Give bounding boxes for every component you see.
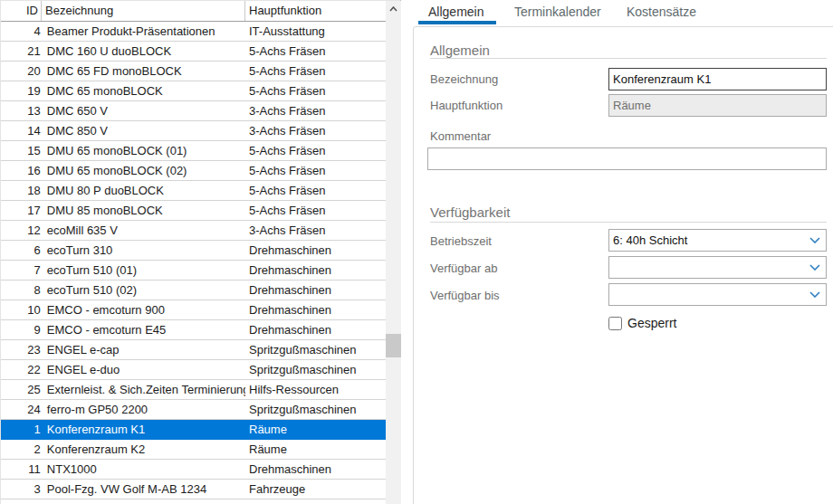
- active-tab-indicator: [418, 21, 496, 24]
- cell-hauptfunktion: 3-Achs Fräsen: [245, 101, 386, 120]
- cell-id: 14: [1, 121, 43, 140]
- cell-id: 11: [1, 460, 43, 479]
- table-row[interactable]: 6 ecoTurn 310 Drehmaschinen: [1, 241, 386, 261]
- cell-hauptfunktion: 5-Achs Fräsen: [245, 181, 386, 200]
- verfuegbar-ab-select[interactable]: [608, 256, 827, 279]
- cell-id: 15: [1, 141, 43, 160]
- cell-bezeichnung: DMC 65 monoBLOCK: [43, 81, 245, 100]
- table-row[interactable]: 3 Pool-Fzg. VW Golf M-AB 1234 Fahrzeuge: [1, 480, 386, 499]
- cell-hauptfunktion: Drehmaschinen: [245, 460, 386, 479]
- cell-bezeichnung: DMU 65 monoBLOCK (02): [43, 161, 245, 180]
- scroll-thumb[interactable]: [386, 334, 401, 357]
- cell-hauptfunktion: Spritzgußmaschinen: [245, 340, 386, 359]
- cell-bezeichnung: DMU 65 monoBLOCK (01): [43, 141, 245, 160]
- cell-bezeichnung: Beamer Produkt-Präsentationen: [43, 22, 245, 41]
- cell-hauptfunktion: Hilfs-Ressourcen: [245, 380, 386, 399]
- column-header-bezeichnung[interactable]: Bezeichnung: [42, 1, 245, 21]
- tab-kostensaetze[interactable]: Kostensätze: [627, 5, 696, 19]
- cell-id: 13: [1, 101, 43, 120]
- cell-hauptfunktion: 5-Achs Fräsen: [245, 62, 386, 81]
- cell-bezeichnung: Pool-Fzg. VW Golf M-AB 1234: [43, 480, 245, 499]
- cell-bezeichnung: EMCO - emcoturn E45: [43, 320, 245, 339]
- table-row[interactable]: 18 DMU 80 P duoBLOCK 5-Achs Fräsen: [1, 181, 386, 201]
- chevron-up-icon: [389, 6, 397, 12]
- cell-id: 12: [1, 221, 43, 240]
- table-row[interactable]: 7 ecoTurn 510 (01) Drehmaschinen: [1, 261, 386, 281]
- kommentar-input[interactable]: [427, 147, 827, 170]
- table-row[interactable]: 11 NTX1000 Drehmaschinen: [1, 460, 386, 480]
- cell-id: 6: [1, 241, 43, 260]
- table-row[interactable]: 15 DMU 65 monoBLOCK (01) 5-Achs Fräsen: [1, 141, 386, 161]
- cell-bezeichnung: Konferenzraum K1: [43, 420, 245, 439]
- cell-id: 18: [1, 181, 43, 200]
- cell-bezeichnung: DMC 650 V: [43, 101, 245, 120]
- tab-allgemein[interactable]: Allgemein: [428, 5, 484, 19]
- table-row[interactable]: 24 ferro-m GP50 2200 Spritzgußmaschinen: [1, 400, 386, 420]
- column-header-id[interactable]: ID: [1, 1, 42, 21]
- section-heading-allgemein: Allgemein: [430, 43, 490, 58]
- cell-bezeichnung: DMC 65 FD monoBLOCK: [43, 62, 245, 81]
- column-header-hauptfunktion[interactable]: Hauptfunktion: [245, 1, 386, 21]
- table-row[interactable]: 1 Konferenzraum K1 Räume: [1, 420, 386, 440]
- betriebszeit-value: 6: 40h Schicht: [613, 233, 809, 247]
- table-row[interactable]: 20 DMC 65 FD monoBLOCK 5-Achs Fräsen: [1, 62, 386, 81]
- cell-bezeichnung: DMU 85 monoBLOCK: [43, 201, 245, 220]
- table-row[interactable]: 21 DMC 160 U duoBLOCK 5-Achs Fräsen: [1, 42, 386, 62]
- tab-terminkalender[interactable]: Terminkalender: [514, 5, 601, 19]
- cell-bezeichnung: ecoTurn 510 (01): [43, 261, 245, 280]
- chevron-down-icon: [809, 264, 820, 271]
- table-row[interactable]: 14 DMC 850 V 3-Achs Fräsen: [1, 121, 386, 141]
- gesperrt-checkbox[interactable]: [608, 317, 622, 330]
- cell-hauptfunktion: 3-Achs Fräsen: [245, 121, 386, 140]
- chevron-down-icon: [809, 291, 820, 298]
- cell-hauptfunktion: Drehmaschinen: [245, 281, 386, 300]
- cell-hauptfunktion: Drehmaschinen: [245, 241, 386, 260]
- bezeichnung-input[interactable]: [608, 68, 827, 90]
- table-row[interactable]: 13 DMC 650 V 3-Achs Fräsen: [1, 101, 386, 121]
- scroll-up-arrow[interactable]: [386, 1, 401, 16]
- cell-bezeichnung: DMC 160 U duoBLOCK: [43, 42, 245, 61]
- cell-bezeichnung: NTX1000: [43, 460, 245, 479]
- hauptfunktion-label: Hauptfunktion: [430, 99, 503, 112]
- resource-table: ID Bezeichnung Hauptfunktion 4 Beamer Pr…: [0, 0, 401, 504]
- table-row[interactable]: 19 DMC 65 monoBLOCK 5-Achs Fräsen: [1, 81, 386, 101]
- table-row[interactable]: 10 EMCO - emcoturn 900 Drehmaschinen: [1, 300, 386, 320]
- table-row[interactable]: 4 Beamer Produkt-Präsentationen IT-Ausst…: [1, 22, 386, 42]
- cell-bezeichnung: ecoTurn 310: [43, 241, 245, 260]
- cell-id: 17: [1, 201, 43, 220]
- table-row[interactable]: 25 Externleist. & Sich.Zeiten Terminieru…: [1, 380, 386, 400]
- gesperrt-row: Gesperrt: [608, 316, 676, 330]
- cell-id: 21: [1, 42, 43, 61]
- cell-hauptfunktion: Räume: [245, 420, 386, 439]
- table-row[interactable]: 23 ENGEL e-cap Spritzgußmaschinen: [1, 340, 386, 360]
- kommentar-label: Kommentar: [430, 129, 491, 143]
- table-row[interactable]: 17 DMU 85 monoBLOCK 5-Achs Fräsen: [1, 201, 386, 221]
- table-row[interactable]: 16 DMU 65 monoBLOCK (02) 5-Achs Fräsen: [1, 161, 386, 181]
- cell-id: 8: [1, 281, 43, 300]
- betriebszeit-select[interactable]: 6: 40h Schicht: [608, 229, 827, 252]
- cell-id: 10: [1, 300, 43, 319]
- bezeichnung-label: Bezeichnung: [430, 72, 498, 86]
- section-divider: [430, 58, 827, 59]
- resource-detail-panel: Allgemein Terminkalender Kostensätze All…: [402, 0, 833, 504]
- cell-hauptfunktion: 3-Achs Fräsen: [245, 221, 386, 240]
- table-row[interactable]: 2 Konferenzraum K2 Räume: [1, 440, 386, 460]
- cell-bezeichnung: ENGEL e-duo: [43, 360, 245, 379]
- section-heading-verfuegbarkeit: Verfügbarkeit: [430, 204, 510, 220]
- table-row[interactable]: 8 ecoTurn 510 (02) Drehmaschinen: [1, 281, 386, 300]
- cell-bezeichnung: ecoTurn 510 (02): [43, 281, 245, 300]
- cell-hauptfunktion: Spritzgußmaschinen: [245, 400, 386, 419]
- cell-hauptfunktion: 5-Achs Fräsen: [245, 161, 386, 180]
- cell-hauptfunktion: 5-Achs Fräsen: [245, 141, 386, 160]
- verfuegbar-bis-select[interactable]: [608, 283, 827, 306]
- table-row[interactable]: 9 EMCO - emcoturn E45 Drehmaschinen: [1, 320, 386, 340]
- section-divider: [430, 222, 827, 223]
- betriebszeit-label: Betriebszeit: [430, 234, 492, 248]
- cell-id: 25: [1, 380, 43, 399]
- table-row[interactable]: 12 ecoMill 635 V 3-Achs Fräsen: [1, 221, 386, 241]
- hauptfunktion-field: Räume: [608, 94, 827, 117]
- cell-hauptfunktion: Räume: [245, 440, 386, 459]
- cell-bezeichnung: DMU 80 P duoBLOCK: [43, 181, 245, 200]
- table-row[interactable]: 22 ENGEL e-duo Spritzgußmaschinen: [1, 360, 386, 380]
- table-scrollbar[interactable]: [386, 1, 401, 504]
